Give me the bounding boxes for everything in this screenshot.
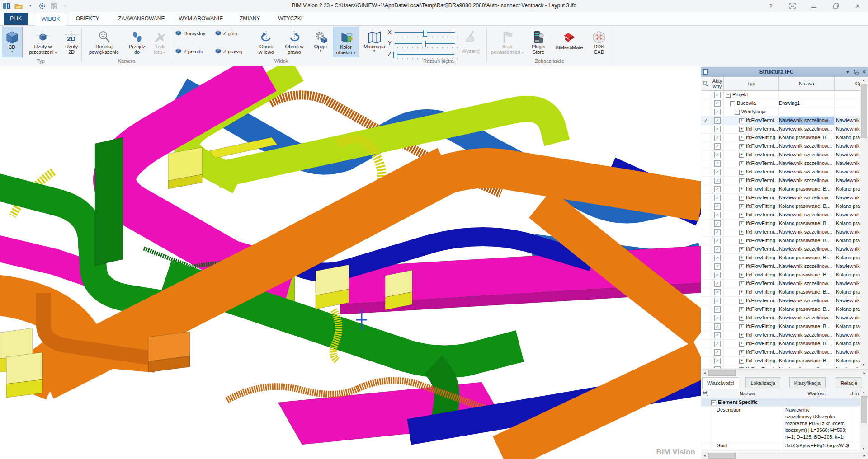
tree-row-ifcflowfitting[interactable]: ✓+IfcFlowFittingKolano prasowane: B...Ko…	[701, 340, 861, 348]
tree-row-ifcflowtermi-[interactable]: ✓+IfcFlowTermi...Nawiewnik szczelinow...…	[701, 194, 861, 202]
expander-icon[interactable]: +	[739, 247, 744, 252]
column-typ[interactable]: Typ	[724, 77, 779, 90]
tree-row-projekt[interactable]: ✓−Projekt	[701, 91, 861, 99]
scroll-right-icon[interactable]: ►	[861, 370, 868, 376]
slider-track-y[interactable]	[395, 40, 455, 47]
row-checkbox[interactable]: ✓	[711, 142, 724, 150]
expander-icon[interactable]: +	[739, 239, 744, 244]
tree-row-wentylacja[interactable]: ✓−Wentylacja	[701, 108, 861, 117]
row-checkbox[interactable]: ✓	[711, 254, 724, 262]
row-checkbox[interactable]: ✓	[711, 202, 724, 211]
go-to-button[interactable]: Przejdź do	[126, 27, 148, 57]
tree-row-ifcflowtermi-[interactable]: ✓+IfcFlowTermi...Nawiewnik szczelinow...…	[701, 331, 861, 340]
tab-obiekty[interactable]: OBIEKTY	[70, 13, 106, 25]
tree-row-ifcflowfitting[interactable]: ✓+IfcFlowFittingKolano prasowane: B...Ko…	[701, 185, 861, 194]
property-row-description[interactable]: Description Nawiewnik szczelinowy+Skrzyn…	[701, 407, 861, 442]
slider-track-z[interactable]	[394, 51, 454, 57]
tab-widok[interactable]: WIDOK	[35, 13, 67, 26]
expander-icon[interactable]: +	[739, 230, 744, 235]
dds-cad-button[interactable]: DDS CAD	[589, 27, 609, 57]
expander-icon[interactable]: +	[739, 256, 744, 261]
prop-tab-lokalizacja[interactable]: Lokalizacja	[745, 377, 780, 388]
view-preset-z-przodu[interactable]: Z przodu	[175, 47, 213, 56]
row-checkbox[interactable]: ✓	[711, 177, 724, 185]
row-checkbox[interactable]: ✓	[711, 125, 724, 133]
expander-icon[interactable]: +	[739, 118, 744, 123]
expander-icon[interactable]: +	[739, 350, 744, 355]
expander-icon[interactable]: +	[739, 324, 744, 329]
view-preset-z-prawej[interactable]: Z prawej	[215, 47, 253, 56]
scroll-left-icon[interactable]: ◄	[701, 370, 708, 376]
tree-row-ifcflowtermi-[interactable]: ✓+IfcFlowTermi...Nawiewnik szczelinow...…	[701, 365, 861, 368]
expander-icon[interactable]: −	[726, 93, 731, 98]
panel-menu-icon[interactable]: ▾	[844, 69, 852, 75]
row-checkbox[interactable]: ✓	[711, 245, 724, 253]
spatial-views-button[interactable]: Rzuty w przestrzeni ▾	[24, 27, 61, 57]
row-checkbox[interactable]: ✓	[711, 159, 724, 168]
prop-column-value[interactable]: Wartosc	[783, 389, 850, 398]
bimestimate-button[interactable]: BIMestiMate	[552, 27, 587, 57]
expander-icon[interactable]: +	[739, 178, 744, 183]
table-options-icon[interactable]	[701, 389, 711, 398]
row-checkbox[interactable]: ✓	[711, 314, 724, 322]
column-opis[interactable]: Opis	[835, 77, 861, 90]
row-checkbox[interactable]: ✓	[711, 323, 724, 331]
tree-row-ifcflowfitting[interactable]: ✓+IfcFlowFittingKolano prasowane: B...Ko…	[701, 220, 861, 228]
scroll-up-icon[interactable]: ▲	[860, 77, 867, 84]
scroll-right-icon[interactable]: ►	[861, 452, 868, 459]
prop-tab-klasyfikacja[interactable]: Klasyfikacja	[789, 377, 826, 388]
restore-button[interactable]	[831, 1, 841, 10]
row-checkbox[interactable]: ✓	[711, 271, 724, 279]
tree-row-ifcflowfitting[interactable]: ✓+IfcFlowFittingKolano prasowane: B...Ko…	[701, 237, 861, 245]
row-checkbox[interactable]: ✓	[711, 297, 724, 305]
tree-row-ifcflowtermi-[interactable]: ✓+IfcFlowTermi...Nawiewnik szczelinow...…	[701, 151, 861, 159]
row-checkbox[interactable]: ✓	[711, 194, 724, 202]
options-button[interactable]: Opcje ▾	[310, 27, 331, 57]
prop-column-name[interactable]: Nazwa	[711, 389, 783, 398]
row-checkbox[interactable]: ✓	[711, 134, 724, 142]
views-2d-button[interactable]: 2D Rzuty 2D	[62, 27, 80, 57]
help-button[interactable]: ?	[766, 1, 776, 10]
minimap-button[interactable]: Minimapa ▾	[361, 27, 388, 57]
row-checkbox[interactable]: ✓	[711, 220, 724, 228]
column-nazwa[interactable]: Nazwa	[779, 77, 835, 90]
tree-row-ifcflowtermi-[interactable]: ✓+IfcFlowTermi...Nawiewnik szczelinow...…	[701, 245, 861, 254]
prop-tab-właściwości[interactable]: Właściwości	[702, 377, 739, 389]
tree-row-ifcflowtermi-[interactable]: ✓+IfcFlowTermi...Nawiewnik szczelinow...…	[701, 125, 861, 134]
slider-track-x[interactable]	[395, 29, 455, 36]
expander-icon[interactable]: +	[739, 264, 744, 269]
minimize-button[interactable]	[809, 1, 819, 10]
row-checkbox[interactable]: ✓	[711, 357, 724, 365]
tree-row-ifcflowtermi-[interactable]: ✓+IfcFlowTermi...Nawiewnik szczelinow...…	[701, 297, 861, 305]
tree-row-ifcflowfitting[interactable]: ✓+IfcFlowFittingKolano prasowane: B...Ko…	[701, 305, 861, 314]
scroll-down-icon[interactable]: ▼	[860, 445, 867, 452]
expander-icon[interactable]: +	[739, 307, 744, 312]
tree-row-ifcflowtermi-[interactable]: ✓+IfcFlowTermi...Nawiewnik szczelinow...…	[701, 177, 861, 185]
slider-thumb-z[interactable]	[393, 52, 397, 58]
row-checkbox[interactable]: ✓	[711, 168, 724, 176]
view-preset-z-góry[interactable]: Z góry	[215, 29, 253, 37]
reset-zoom-button[interactable]: Resetuj powiększenie	[84, 27, 124, 57]
expander-icon[interactable]: +	[739, 136, 744, 141]
expander-icon[interactable]: +	[739, 299, 744, 304]
tree-row-ifcflowtermi-[interactable]: ✓+IfcFlowTermi...Nawiewnik szczelinow...…	[701, 228, 861, 237]
row-checkbox[interactable]: ✓	[711, 211, 724, 219]
row-checkbox[interactable]: ✓	[711, 331, 724, 339]
tree-row-ifcflowtermi-[interactable]: ✓+IfcFlowTermi...Nawiewnik szczelinow...…	[701, 314, 861, 323]
expander-icon[interactable]: +	[739, 170, 744, 175]
slider-thumb-x[interactable]	[423, 30, 427, 37]
row-checkbox[interactable]: ✓	[711, 228, 724, 236]
row-checkbox[interactable]: ✓	[711, 117, 724, 125]
expander-icon[interactable]: +	[739, 161, 744, 166]
prop-tab-relacje[interactable]: Relacje	[836, 377, 863, 388]
expander-icon[interactable]: +	[739, 221, 744, 226]
expander-icon[interactable]: +	[739, 187, 744, 192]
row-checkbox[interactable]: ✓	[711, 151, 724, 159]
tree-row-ifcflowtermi-[interactable]: ✓+IfcFlowTermi...Nawiewnik szczelinow...…	[701, 168, 861, 177]
row-checkbox[interactable]: ✓	[711, 365, 724, 368]
row-checkbox[interactable]: ✓	[711, 340, 724, 348]
tree-row-ifcflowfitting[interactable]: ✓+IfcFlowFittingKolano prasowane: B...Ko…	[701, 288, 861, 297]
properties-horizontal-scrollbar[interactable]: ◄ ►	[701, 452, 868, 459]
row-checkbox[interactable]: ✓	[711, 108, 724, 116]
scroll-left-icon[interactable]: ◄	[701, 452, 708, 459]
